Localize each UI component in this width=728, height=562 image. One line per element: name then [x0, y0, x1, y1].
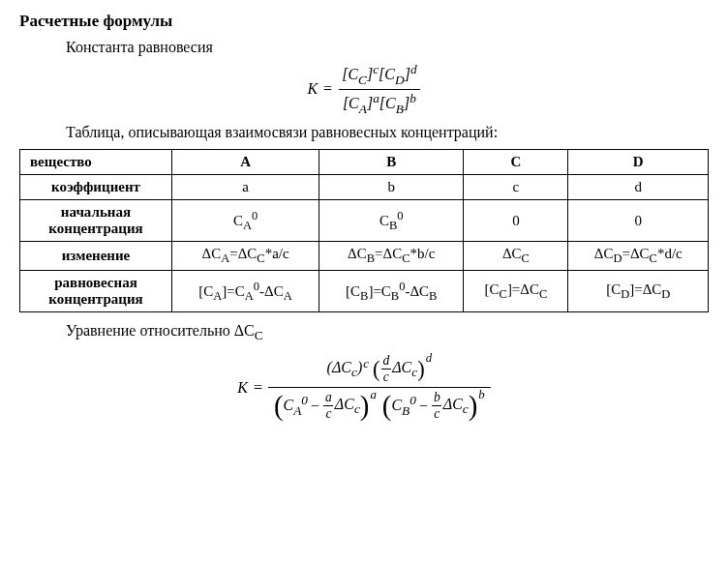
f2-den-g2-minus: −: [416, 398, 431, 415]
f2-num-t1-exp: c: [363, 357, 369, 371]
th-c: C: [464, 150, 568, 175]
f2-den-g1-exp: a: [370, 388, 376, 402]
table-cell: ΔCC: [464, 242, 568, 271]
f2-den-g1-frac-d: c: [323, 405, 333, 422]
row-label: равновеснаяконцентрация: [20, 271, 172, 312]
row-label: изменение: [20, 242, 172, 271]
f2-den-g1-frac-n: a: [323, 390, 334, 405]
formula-k-expanded: K = (ΔCc) c ( d c ΔCc ) d: [19, 351, 709, 424]
th-b: B: [319, 150, 464, 175]
formula1-eq: =: [323, 80, 338, 98]
table-cell: [CB]=CB0-ΔCB: [319, 271, 464, 312]
f2-den-g2-tail: ΔCc: [443, 396, 469, 417]
f2-den-g1-minus: −: [308, 398, 322, 415]
f2-num-t2-frac-d: c: [381, 369, 391, 385]
formula2-eq: =: [254, 379, 268, 397]
f2-den-g1-lead: CA0: [284, 393, 309, 419]
f2-num-t2-tail: ΔCc: [392, 359, 417, 380]
formula1-lhs: K: [307, 80, 323, 98]
th-substance: вещество: [20, 150, 172, 175]
f2-den-g2-exp: b: [478, 388, 484, 402]
table-cell: b: [319, 175, 464, 200]
table-cell: [CD]=ΔCD: [568, 271, 709, 312]
table-cell: CA0: [172, 200, 319, 242]
formula2-denominator: ( CA0 − a c ΔCc ) a ( CB0 −: [268, 387, 491, 424]
th-a: A: [172, 150, 319, 175]
table-cell: CB0: [319, 200, 464, 242]
table-cell: ΔCD=ΔCC*d/c: [568, 242, 709, 271]
f2-den-g2-frac-n: b: [432, 390, 442, 405]
table-row: равновеснаяконцентрация[CA]=CA0-ΔCA[CB]=…: [20, 271, 709, 312]
f2-den-g1-tail: ΔCc: [335, 396, 360, 417]
row-label: начальнаяконцентрация: [20, 200, 172, 242]
f2-num-t2-frac: d c: [380, 353, 391, 385]
table-body: коэффициентabcdначальнаяконцентрацияCA0C…: [20, 175, 709, 312]
table-cell: 0: [568, 200, 709, 242]
table-cell: [CA]=CA0-ΔCA: [172, 271, 319, 312]
equation-footer: Уравнение относительно ΔCC: [66, 322, 709, 343]
th-d: D: [568, 150, 709, 175]
formula2-fraction: (ΔCc) c ( d c ΔCc ) d ( C: [268, 351, 491, 424]
table-caption: Таблица, описывающая взаимосвязи равнове…: [66, 124, 709, 141]
f2-den-g2-lead: CB0: [391, 393, 416, 419]
formula1-fraction: [CC]c[CD]d [CA]a[CB]b: [338, 62, 420, 116]
table-cell: ΔCA=ΔCC*a/c: [172, 242, 319, 271]
doc-subheading: Константа равновесия: [66, 39, 709, 56]
table-header-row: вещество A B C D: [20, 150, 709, 175]
formula2-lhs: K: [237, 379, 254, 397]
table-row: коэффициентabcd: [20, 175, 709, 200]
table-row: изменениеΔCA=ΔCC*a/cΔCB=ΔCC*b/cΔCCΔCD=ΔC…: [20, 242, 709, 271]
formula-k-definition: K = [CC]c[CD]d [CA]a[CB]b: [19, 62, 709, 116]
f2-num-t2-exp: d: [426, 351, 432, 366]
f2-den-g2-frac-d: c: [432, 405, 441, 422]
table-row: начальнаяконцентрацияCA0CB000: [20, 200, 709, 242]
table-cell: ΔCB=ΔCC*b/c: [319, 242, 464, 271]
table-cell: [CC]=ΔCC: [464, 271, 568, 312]
f2-num-t1-base: (ΔCc): [327, 359, 363, 380]
doc-heading: Расчетные формулы: [19, 12, 709, 31]
row-label: коэффициент: [20, 175, 172, 200]
table-cell: c: [464, 175, 568, 200]
table-cell: 0: [464, 200, 568, 242]
table-cell: a: [172, 175, 319, 200]
table-cell: d: [568, 175, 709, 200]
f2-den-g2-frac: b c: [432, 390, 442, 422]
f2-den-g1-frac: a c: [323, 390, 334, 422]
formula1-numerator: [CC]c[CD]d: [338, 62, 420, 89]
formula2-numerator: (ΔCc) c ( d c ΔCc ) d: [321, 351, 438, 387]
concentration-table: вещество A B C D коэффициентabcdначальна…: [19, 149, 709, 312]
f2-num-t2-frac-n: d: [380, 353, 391, 369]
formula1-denominator: [CA]a[CB]b: [339, 89, 420, 117]
